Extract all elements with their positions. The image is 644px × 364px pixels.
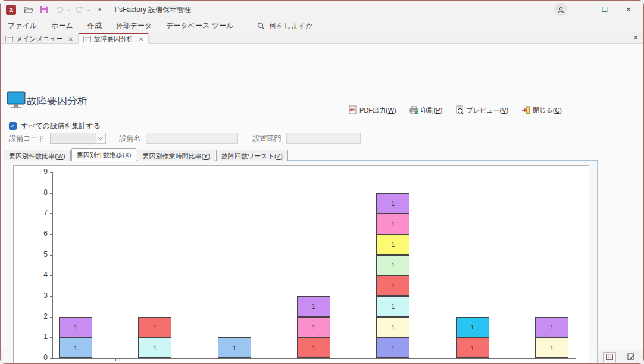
tell-me-search[interactable]: 何をしますか	[257, 21, 312, 31]
bar-segment[interactable]: 1	[297, 317, 330, 338]
tab-page-trend: 0123456789112025年6月112025年7月12025年8月1112…	[4, 160, 598, 364]
ribbon-tab-0[interactable]: ファイル	[1, 18, 44, 33]
field-label-1: 設備名	[120, 133, 141, 144]
object-tab-label: 故障要因分析	[94, 35, 133, 43]
form-failure-factor-analysis: 故障要因分析 PDFPDF出力(W)印刷(P)プレビュー(V)閉じる(C) ✓ …	[1, 44, 643, 351]
bar-segment[interactable]: 1	[456, 337, 489, 358]
y-axis-label: 2	[32, 312, 48, 321]
field-label-2: 設置部門	[253, 133, 282, 144]
access-logo-icon: a	[6, 5, 16, 15]
tab-strip-close-icon[interactable]: ✕	[633, 34, 639, 42]
bar-segment[interactable]: 1	[535, 317, 568, 338]
y-axis-label: 0	[32, 353, 48, 362]
y-axis-label: 8	[32, 188, 48, 197]
sub-tab-z[interactable]: 故障回数ワースト(Z)	[216, 150, 288, 161]
tab-close-icon[interactable]: ✕	[68, 36, 73, 42]
action-button-c[interactable]: 閉じる(C)	[521, 105, 562, 116]
bar-segment[interactable]: 1	[59, 337, 92, 358]
search-icon	[257, 22, 265, 30]
aggregate-all-checkbox[interactable]: ✓ すべての設備を集計する	[9, 121, 101, 131]
qat-customize-icon[interactable]: ▾	[93, 4, 106, 15]
x-axis-tick	[433, 359, 433, 361]
bar-segment[interactable]: 1	[138, 337, 171, 358]
ribbon-tab-1[interactable]: ホーム	[44, 18, 80, 33]
preview-icon	[455, 105, 464, 116]
bar-segment[interactable]: 1	[376, 296, 409, 317]
undo-dropdown-icon[interactable]: ⌄	[67, 7, 71, 13]
x-axis-tick	[512, 359, 512, 361]
y-axis-label: 1	[32, 332, 48, 341]
sub-tab-x[interactable]: 要因別件数推移(X)	[71, 148, 137, 161]
object-tab-strip: メインメニュー✕故障要因分析✕ ✕	[1, 33, 643, 44]
field-label-0: 設備コード	[9, 133, 45, 144]
title-bar: a ⌄ ⌄ ▾ T'sFactory 設備保守管理 ─ ☐ ✕	[1, 1, 643, 18]
x-axis-tick	[274, 359, 274, 361]
object-tab-1[interactable]: 故障要因分析✕	[79, 33, 149, 44]
datasheet-view-icon[interactable]	[603, 352, 616, 362]
action-button-label: プレビュー(V)	[466, 106, 508, 115]
sub-tab-w[interactable]: 要因別件数比率(W)	[4, 150, 71, 161]
y-axis-tick	[50, 193, 52, 194]
object-tab-0[interactable]: メインメニュー✕	[1, 33, 79, 43]
bar-segment[interactable]: 1	[59, 317, 92, 338]
ribbon-tab-4[interactable]: データベース ツール	[159, 18, 240, 33]
bar-segment[interactable]: 1	[535, 337, 568, 358]
y-axis-tick	[50, 296, 52, 297]
action-button-label: 閉じる(C)	[533, 106, 562, 115]
open-folder-icon[interactable]	[22, 4, 35, 15]
y-axis-label: 6	[32, 229, 48, 238]
account-icon[interactable]	[554, 3, 567, 16]
y-axis-tick	[50, 275, 52, 276]
save-icon[interactable]	[37, 4, 51, 15]
bar-segment[interactable]: 1	[376, 337, 409, 358]
form-tab-icon	[83, 36, 91, 42]
bar-segment[interactable]: 1	[138, 317, 171, 338]
action-button-w[interactable]: PDFPDF出力(W)	[348, 105, 396, 116]
access-window: a ⌄ ⌄ ▾ T'sFactory 設備保守管理 ─ ☐ ✕	[0, 0, 644, 364]
maximize-icon[interactable]: ☐	[595, 2, 615, 17]
stacked-bar-chart: 0123456789112025年6月112025年7月12025年8月1112…	[13, 165, 589, 364]
ribbon-tab-3[interactable]: 外部データ	[109, 18, 160, 33]
object-tab-label: メインメニュー	[16, 35, 63, 43]
printer-icon	[409, 106, 418, 116]
bar-segment[interactable]: 1	[376, 234, 409, 255]
exit-door-icon	[521, 106, 530, 116]
action-button-label: PDF出力(W)	[359, 106, 396, 115]
action-button-v[interactable]: プレビュー(V)	[455, 105, 508, 116]
redo-dropdown-icon[interactable]: ⌄	[87, 7, 91, 13]
department-input[interactable]	[286, 133, 361, 144]
bar-segment[interactable]: 1	[376, 193, 409, 214]
equipment-code-combobox[interactable]	[50, 133, 106, 144]
window-title: T'sFactory 設備保守管理	[113, 5, 191, 15]
equipment-name-input[interactable]	[146, 133, 238, 144]
bar-segment[interactable]: 1	[376, 213, 409, 234]
bar-segment[interactable]: 1	[456, 317, 489, 338]
chevron-down-icon	[98, 135, 103, 139]
analysis-sub-tabs: 要因別件数比率(W)要因別件数推移(X)要因別作業時間比率(Y)故障回数ワースト…	[4, 148, 289, 161]
tab-close-icon[interactable]: ✕	[139, 36, 143, 42]
x-axis-tick	[115, 359, 116, 361]
action-button-p[interactable]: 印刷(P)	[409, 105, 443, 116]
combo-dropdown-icon[interactable]	[96, 133, 105, 143]
bar-segment[interactable]: 1	[376, 275, 409, 296]
monitor-icon	[7, 91, 26, 111]
sub-tab-y[interactable]: 要因別作業時間比率(Y)	[137, 150, 215, 161]
x-axis-tick	[354, 359, 354, 361]
bar-segment[interactable]: 1	[218, 337, 251, 358]
minimize-icon[interactable]: ─	[571, 2, 591, 17]
bar-segment[interactable]: 1	[376, 255, 409, 276]
undo-icon[interactable]	[53, 4, 66, 15]
svg-text:PDF: PDF	[349, 108, 357, 111]
y-axis-label: 7	[32, 209, 48, 217]
ribbon-tab-2[interactable]: 作成	[80, 18, 109, 33]
y-axis-label: 4	[32, 270, 48, 279]
bar-segment[interactable]: 1	[297, 296, 330, 317]
design-view-icon[interactable]	[624, 352, 637, 362]
close-icon[interactable]: ✕	[618, 2, 639, 17]
bar-segment[interactable]: 1	[376, 317, 409, 338]
bar-segment[interactable]: 1	[297, 337, 330, 358]
redo-icon[interactable]	[73, 4, 86, 15]
y-axis-tick	[50, 255, 52, 256]
checkbox-label: すべての設備を集計する	[21, 121, 101, 131]
action-button-label: 印刷(P)	[421, 106, 443, 115]
